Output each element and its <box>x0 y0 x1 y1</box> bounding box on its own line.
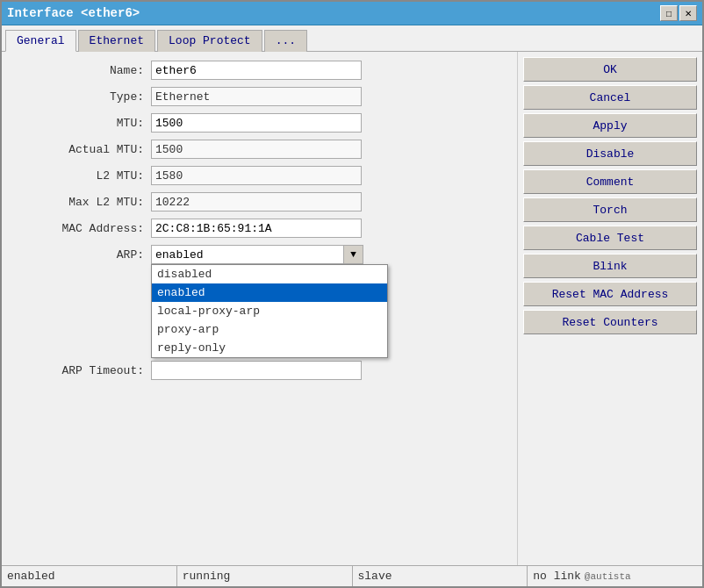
mtu-row: MTU: <box>11 113 508 133</box>
window-title: Interface <ether6> <box>7 6 140 20</box>
mtu-field[interactable] <box>151 113 362 133</box>
mac-address-label: MAC Address: <box>11 222 151 235</box>
tab-general[interactable]: General <box>5 30 76 52</box>
name-row: Name: <box>11 61 508 80</box>
status-slave: slave <box>353 566 528 586</box>
max-l2-mtu-label: Max L2 MTU: <box>11 196 151 209</box>
arp-display[interactable]: enabled <box>151 245 344 264</box>
name-field[interactable] <box>151 61 362 80</box>
cancel-button[interactable]: Cancel <box>523 85 697 110</box>
arp-timeout-label: ARP Timeout: <box>11 364 151 377</box>
actual-mtu-label: Actual MTU: <box>11 143 151 156</box>
l2-mtu-label: L2 MTU: <box>11 169 151 183</box>
interface-window: Interface <ether6> □ ✕ General Ethernet … <box>0 0 704 588</box>
l2-mtu-field <box>151 166 362 185</box>
type-row: Type: <box>11 87 508 106</box>
mac-address-field[interactable] <box>151 219 362 238</box>
tab-bar: General Ethernet Loop Protect ... <box>2 25 702 52</box>
mtu-label: MTU: <box>11 117 151 130</box>
maximize-button[interactable]: □ <box>660 5 678 21</box>
arp-option-local-proxy-arp[interactable]: local-proxy-arp <box>152 302 387 320</box>
reset-mac-button[interactable]: Reset MAC Address <box>523 282 697 306</box>
cable-test-button[interactable]: Cable Test <box>523 226 697 250</box>
reset-counters-button[interactable]: Reset Counters <box>523 310 697 334</box>
arp-option-proxy-arp[interactable]: proxy-arp <box>152 320 387 339</box>
comment-button[interactable]: Comment <box>523 169 697 194</box>
torch-button[interactable]: Torch <box>523 197 697 222</box>
status-user: @autista <box>585 571 631 582</box>
title-controls: □ ✕ <box>660 5 697 21</box>
type-label: Type: <box>11 90 151 104</box>
mac-address-row: MAC Address: <box>11 219 508 238</box>
arp-option-reply-only[interactable]: reply-only <box>152 339 387 357</box>
content-area: Name: Type: MTU: Actual MTU: L2 MTU: <box>2 52 702 565</box>
status-enabled: enabled <box>2 566 177 586</box>
actual-mtu-field <box>151 140 362 159</box>
close-button[interactable]: ✕ <box>679 5 697 21</box>
name-label: Name: <box>11 64 151 77</box>
status-running: running <box>177 566 353 586</box>
blink-button[interactable]: Blink <box>523 254 697 278</box>
status-link: no link @autista <box>528 566 702 586</box>
arp-option-enabled[interactable]: enabled <box>152 283 387 302</box>
main-panel: Name: Type: MTU: Actual MTU: L2 MTU: <box>2 52 518 565</box>
tab-more[interactable]: ... <box>264 30 307 52</box>
dropdown-arrow-icon: ▼ <box>350 249 356 260</box>
arp-timeout-field[interactable] <box>151 361 362 380</box>
arp-timeout-row: ARP Timeout: <box>11 361 508 380</box>
arp-dropdown-container: enabled ▼ disabled enabled local-proxy-a… <box>151 245 363 264</box>
status-bar: enabled running slave no link @autista <box>2 565 702 586</box>
l2-mtu-row: L2 MTU: <box>11 166 508 185</box>
max-l2-mtu-field <box>151 192 362 212</box>
arp-dropdown-button[interactable]: ▼ <box>344 245 363 264</box>
arp-row: ARP: enabled ▼ disabled enabled <box>11 245 508 264</box>
tab-ethernet[interactable]: Ethernet <box>78 30 155 52</box>
type-field <box>151 87 362 106</box>
tab-loop-protect[interactable]: Loop Protect <box>157 30 262 52</box>
arp-label: ARP: <box>11 248 151 262</box>
side-panel: OK Cancel Apply Disable Comment Torch Ca… <box>518 52 702 565</box>
arp-select-wrapper: enabled ▼ <box>151 245 363 264</box>
arp-option-disabled[interactable]: disabled <box>152 265 387 283</box>
title-bar: Interface <ether6> □ ✕ <box>2 2 702 25</box>
max-l2-mtu-row: Max L2 MTU: <box>11 192 508 212</box>
apply-button[interactable]: Apply <box>523 113 697 138</box>
disable-button[interactable]: Disable <box>523 141 697 166</box>
actual-mtu-row: Actual MTU: <box>11 140 508 159</box>
arp-dropdown-menu: disabled enabled local-proxy-arp proxy-a… <box>151 264 388 358</box>
ok-button[interactable]: OK <box>523 57 697 82</box>
